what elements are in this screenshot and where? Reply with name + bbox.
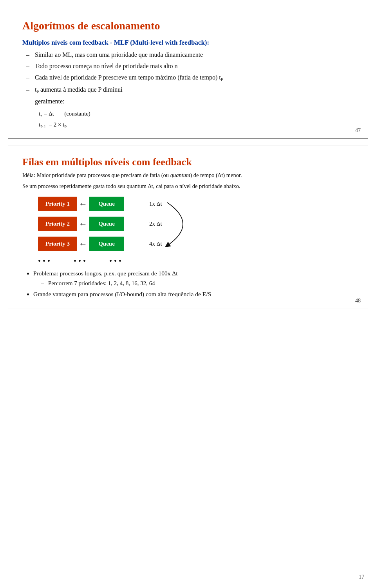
slide-2-bullets: Problema: processos longos, p.ex. que pr… <box>22 269 354 299</box>
dots-1: • • • <box>38 257 50 266</box>
priority-2-box: Priority 2 <box>38 217 77 231</box>
arrow-1: ← <box>79 199 87 209</box>
diagram-row-1: Priority 1 ← Queue 1x Δt <box>38 197 338 211</box>
bullet-4: tP aumenta à medida que P diminui <box>26 85 354 95</box>
slide-1-number: 47 <box>355 127 361 134</box>
time-2: 2x Δt <box>149 221 162 227</box>
slide-2-title: Filas em múltiplos níveis com feedback <box>22 156 354 168</box>
slide-1-subtitle: Multiplos níveis com feedback - MLF (Mul… <box>22 38 354 47</box>
time-3: 4x Δt <box>149 241 162 247</box>
math-lines: tn = Δt (constante) tP-1 = 2 × tP <box>39 109 354 130</box>
page-container: Algorítmos de escalonamento Multiplos ní… <box>8 8 368 309</box>
bullet-5: geralmente: <box>26 97 354 106</box>
dots-3: • • • <box>109 257 121 266</box>
diagram-row-3: Priority 3 ← Queue 4x Δt <box>38 237 338 251</box>
diagram-wrapper: Priority 1 ← Queue 1x Δt Priority 2 ← Qu… <box>38 197 338 251</box>
slide-2: Filas em múltiplos níveis com feedback I… <box>8 145 368 309</box>
time-1: 1x Δt <box>149 201 162 207</box>
diagram-row-2: Priority 2 ← Queue 2x Δt <box>38 217 338 231</box>
slide-1-title: Algorítmos de escalonamento <box>22 19 354 33</box>
dots-2: • • • <box>74 257 86 266</box>
slide-2-desc: Se um processo repetidamente gasta todo … <box>22 182 354 191</box>
queue-2-box: Queue <box>89 217 124 231</box>
priority-1-box: Priority 1 <box>38 197 77 211</box>
rows-container: Priority 1 ← Queue 1x Δt Priority 2 ← Qu… <box>38 197 338 251</box>
page-number: 17 <box>359 574 364 580</box>
slide-2-number: 48 <box>355 298 361 304</box>
bullet-2: Todo processo começa no nível de priorid… <box>26 62 354 71</box>
arrow-3: ← <box>79 239 87 249</box>
s2-bullet-2: Grande vantagem para processos (I/O-boun… <box>33 289 354 299</box>
slide-2-subtitle: Idéia: Maior prioridade para processos q… <box>22 171 354 180</box>
arrow-2: ← <box>79 219 87 229</box>
queue-1-box: Queue <box>89 197 124 211</box>
s2-bullet-1: Problema: processos longos, p.ex. que pr… <box>33 269 354 288</box>
bullet-1: Similar ao ML, mas com uma prioridade qu… <box>26 50 354 60</box>
slide-1-bullets: Similar ao ML, mas com uma prioridade qu… <box>26 50 354 106</box>
s2-sub-1: Percorrem 7 prioridades: 1, 2, 4, 8, 16,… <box>41 279 354 288</box>
dots-row: • • • • • • • • • <box>38 257 338 266</box>
math-line-1: tn = Δt (constante) <box>39 109 354 119</box>
priority-3-box: Priority 3 <box>38 237 77 251</box>
sub-dash: Percorrem 7 prioridades: 1, 2, 4, 8, 16,… <box>33 279 354 288</box>
math-line-2: tP-1 = 2 × tP <box>39 119 354 130</box>
bullet-3: Cada nível de prioridade P prescreve um … <box>26 73 354 83</box>
slide-1: Algorítmos de escalonamento Multiplos ní… <box>8 8 368 139</box>
queue-3-box: Queue <box>89 237 124 251</box>
